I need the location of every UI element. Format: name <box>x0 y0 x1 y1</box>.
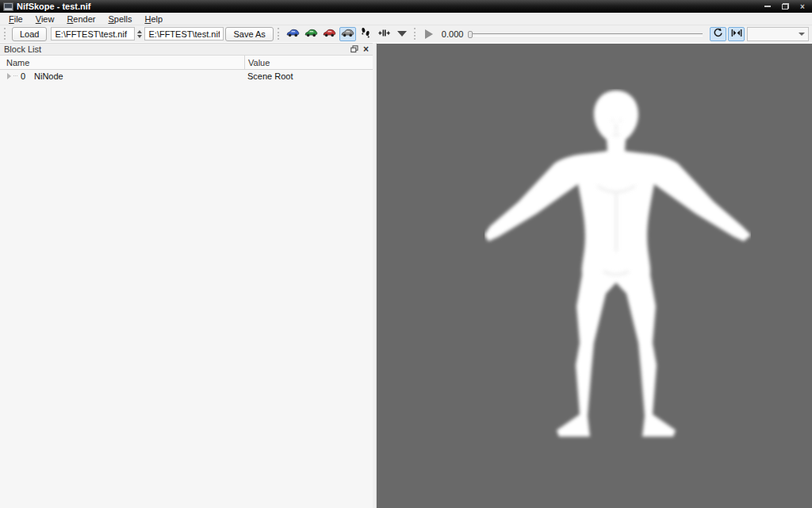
restore-button[interactable] <box>779 2 791 11</box>
block-list-titlebar[interactable]: Block List × <box>0 44 373 56</box>
car-red-icon <box>323 29 336 39</box>
table-row[interactable]: 0 NiNode Scene Root <box>0 70 373 82</box>
play-button[interactable] <box>421 27 438 41</box>
car-blue-icon <box>286 29 300 39</box>
animation-combo[interactable] <box>747 27 809 41</box>
combo-arrow-icon <box>799 33 805 36</box>
view-side-button[interactable] <box>321 27 338 41</box>
menu-view[interactable]: View <box>29 13 61 25</box>
minimize-button[interactable] <box>761 2 774 11</box>
target-path-input[interactable] <box>144 27 224 40</box>
toolbar-handle[interactable] <box>278 28 282 40</box>
block-name[interactable]: NiNode <box>34 71 63 81</box>
humanoid-model[interactable] <box>485 89 751 441</box>
more-views-button[interactable] <box>394 27 411 41</box>
render-viewport[interactable] <box>377 43 812 508</box>
walk-mode-button[interactable] <box>358 27 374 41</box>
nifskope-logo-icon <box>3 2 13 11</box>
source-path-input[interactable] <box>51 27 135 40</box>
float-panel-button[interactable] <box>350 45 358 53</box>
float-icon <box>350 45 358 53</box>
close-panel-button[interactable]: × <box>363 45 369 53</box>
save-as-button[interactable]: Save As <box>225 27 273 41</box>
block-list-panel: Block List × Name Value 0 <box>0 43 373 508</box>
car-gray-icon <box>341 29 354 39</box>
restore-icon <box>782 3 789 10</box>
block-list-body: 0 NiNode Scene Root <box>0 70 373 508</box>
minimize-icon <box>764 6 771 7</box>
window-title: NifSkope - test.nif <box>17 0 91 13</box>
path-spinner[interactable] <box>136 28 143 40</box>
toolbar-handle[interactable] <box>414 28 418 40</box>
toolbar: Load Save As 0.000 <box>0 25 812 43</box>
switch-animation-button[interactable] <box>728 27 745 41</box>
toolbar-handle[interactable] <box>4 28 8 40</box>
play-icon <box>425 29 433 39</box>
column-header-value[interactable]: Value <box>244 56 373 69</box>
spin-up-icon <box>137 30 142 33</box>
tree-branch-line <box>13 75 17 76</box>
time-slider-handle[interactable] <box>468 31 473 38</box>
center-view-button[interactable] <box>376 27 393 41</box>
pingpong-icon <box>731 29 742 39</box>
block-index: 0 <box>21 71 30 81</box>
close-button[interactable]: × <box>796 2 809 11</box>
close-icon: × <box>800 2 805 11</box>
menu-spells[interactable]: Spells <box>102 13 139 25</box>
car-green-icon <box>304 29 318 39</box>
chevron-down-icon <box>397 31 407 37</box>
nifskope-window: NifSkope - test.nif × File View Render S… <box>0 0 812 508</box>
spin-down-icon <box>137 35 142 38</box>
close-panel-icon: × <box>363 44 369 55</box>
titlebar[interactable]: NifSkope - test.nif × <box>0 0 812 13</box>
time-value: 0.000 <box>442 29 464 39</box>
load-button[interactable]: Load <box>12 27 47 41</box>
menubar: File View Render Spells Help <box>0 13 812 25</box>
view-front-button[interactable] <box>303 27 320 41</box>
block-list-title: Block List <box>4 44 41 54</box>
main-area: Block List × Name Value 0 <box>0 43 812 508</box>
menu-file[interactable]: File <box>2 13 29 25</box>
block-list-header: Name Value <box>0 56 373 70</box>
loop-animation-button[interactable] <box>710 27 726 41</box>
column-header-name[interactable]: Name <box>0 58 244 67</box>
expand-arrow-icon[interactable] <box>7 73 11 79</box>
time-slider[interactable] <box>468 33 703 37</box>
view-top-button[interactable] <box>285 27 301 41</box>
menu-help[interactable]: Help <box>138 13 169 25</box>
loop-arrows-icon <box>713 28 723 40</box>
menu-render[interactable]: Render <box>60 13 102 25</box>
axis-center-icon <box>378 28 390 40</box>
block-value[interactable]: Scene Root <box>244 71 373 81</box>
footprints-icon <box>361 27 370 40</box>
view-user-button[interactable] <box>339 27 356 41</box>
